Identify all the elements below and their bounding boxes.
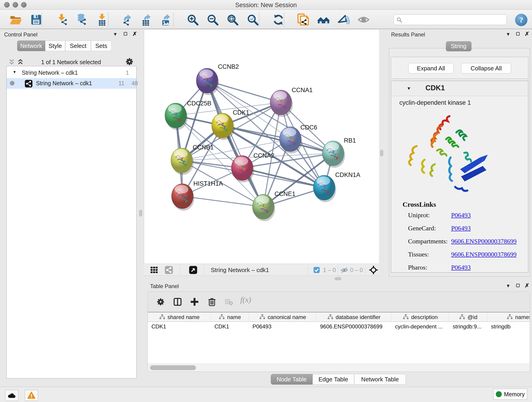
grid-view-icon[interactable] <box>150 266 158 274</box>
column-header-canonical-name[interactable]: canonical name <box>249 313 317 322</box>
table-cell[interactable]: cyclin-dependent ... <box>395 323 449 331</box>
network-node-RB1[interactable]: RB1 <box>322 137 356 168</box>
import-network-from-database-button[interactable] <box>75 13 88 26</box>
table-horizontal-scrollbar[interactable] <box>148 364 530 371</box>
help-button[interactable]: ? <box>515 14 527 26</box>
node-label-CCNB2: CCNB2 <box>218 63 239 70</box>
import-table-from-file-button[interactable] <box>95 13 109 26</box>
tab-string[interactable]: String <box>446 41 472 51</box>
export-network-button[interactable] <box>120 13 133 26</box>
column-header-description[interactable]: description <box>391 313 449 322</box>
collection-expand-icon[interactable]: ▼ <box>13 70 17 75</box>
crosslink-pharos-link[interactable]: P06493 <box>451 264 471 271</box>
crosslink-label: Tissues: <box>408 251 429 258</box>
column-header--id[interactable]: @id <box>449 313 487 322</box>
tab-node-table[interactable]: Node Table <box>271 374 312 385</box>
column-header-name[interactable]: name <box>211 313 249 322</box>
column-header-shared-name[interactable]: shared name <box>148 313 211 322</box>
table-cell[interactable]: P06493 <box>253 323 316 331</box>
network-node-CCNE1[interactable]: CCNE1 <box>253 191 296 221</box>
crosslink-compartments-link[interactable]: 9606.ENSP00000378699 <box>451 238 516 245</box>
control-panel-float-icon[interactable] <box>124 32 127 36</box>
gene-symbol: CDK1 <box>425 84 445 92</box>
table-cell[interactable]: CDK1 <box>152 323 210 331</box>
fit-selected-crosshair-icon[interactable] <box>369 265 378 274</box>
results-panel-collapse-icon[interactable]: ▼ <box>506 32 510 36</box>
gene-section-header[interactable]: ▼ CDK1 <box>391 81 528 96</box>
zoom-in-button[interactable] <box>186 13 199 26</box>
string-home-button[interactable] <box>317 13 330 26</box>
tab-sets[interactable]: Sets <box>91 41 112 51</box>
network-node-HIST1H1A[interactable]: HIST1H1A <box>172 180 223 211</box>
table-cell[interactable]: stringdb:9... <box>453 323 487 331</box>
export-image-button[interactable] <box>159 13 172 26</box>
network-node-CDC6[interactable]: CDC6 <box>279 124 317 153</box>
network-collection-row[interactable]: ▼ String Network – cdk1 1 <box>7 68 136 78</box>
control-panel-collapse-icon[interactable]: ▼ <box>113 32 118 36</box>
table-cell[interactable]: 9606.ENSP00000378699 <box>320 323 391 331</box>
table-panel-collapse-icon[interactable]: ▼ <box>506 283 510 288</box>
network-graph: CCNB2CCNA1CDC25BCDK1CDC6RB1CCNB1CCNA2CDK… <box>144 30 379 264</box>
table-panel-float-icon[interactable] <box>516 284 520 288</box>
node-label-CCNB1: CCNB1 <box>193 144 214 151</box>
crosslink-genecard-link[interactable]: P06493 <box>451 225 471 232</box>
network-edge-CCNB2-CCNE1[interactable] <box>207 81 263 207</box>
collection-count: 1 <box>126 70 129 76</box>
tab-network-table[interactable]: Network Table <box>354 374 406 385</box>
update-button[interactable] <box>272 13 285 26</box>
network-edge-HIST1H1A-CCNE1[interactable] <box>182 196 263 207</box>
collapse-all-button[interactable]: Collapse All <box>461 63 511 74</box>
results-panel-float-icon[interactable] <box>516 32 520 36</box>
table-panel-close-icon[interactable]: ✗ <box>525 283 529 288</box>
export-table-button[interactable] <box>139 13 153 26</box>
tab-style[interactable]: Style <box>45 41 65 51</box>
network-node-CDKN1A[interactable]: CDKN1A <box>313 172 360 202</box>
string-hide-glass-button[interactable] <box>337 13 350 26</box>
table-cell[interactable]: stringdb <box>491 323 530 331</box>
node-table-box: f(x) shared namenamecanonical namedataba… <box>147 292 530 372</box>
birdseye-view-icon[interactable] <box>189 266 197 274</box>
show-columns-icon[interactable] <box>172 296 184 308</box>
table-cell[interactable]: CDK1 <box>215 323 248 331</box>
selected-checkbox-icon[interactable] <box>313 266 320 274</box>
hidden-eye-icon[interactable] <box>341 266 348 274</box>
share-network-icon[interactable] <box>165 266 173 274</box>
open-session-button[interactable] <box>9 13 22 26</box>
zoom-fit-button[interactable] <box>226 13 239 26</box>
crosslink-tissues-link[interactable]: 9606.ENSP00000378699 <box>451 251 516 258</box>
tab-select[interactable]: Select <box>65 41 91 51</box>
column-header-namespace[interactable]: namespace <box>487 313 530 322</box>
function-builder-icon[interactable]: f(x) <box>240 295 251 304</box>
delete-column-trash-icon[interactable] <box>206 296 218 308</box>
import-network-from-file-button[interactable] <box>56 13 69 26</box>
column-header-database-identifier[interactable]: database identifier <box>317 313 391 322</box>
results-panel-close-icon[interactable]: ✗ <box>525 31 529 37</box>
search-input[interactable] <box>404 15 503 24</box>
zoom-selected-button[interactable] <box>246 13 259 26</box>
right-splitter-handle[interactable] <box>380 150 383 156</box>
scrollbar-thumb[interactable] <box>150 365 196 370</box>
tab-network[interactable]: Network <box>17 41 45 51</box>
horizontal-splitter-handle[interactable] <box>335 277 341 280</box>
cloud-status-button[interactable] <box>5 390 18 401</box>
zoom-out-button[interactable] <box>206 13 219 26</box>
string-protein-query-button[interactable] <box>297 13 310 26</box>
gene-collapse-icon[interactable]: ▼ <box>407 86 411 91</box>
crosslink-uniprot-link[interactable]: P06493 <box>451 211 471 219</box>
memory-button[interactable]: Memory <box>493 389 527 400</box>
network-options-gear-icon[interactable] <box>125 57 134 66</box>
tab-edge-table[interactable]: Edge Table <box>312 374 354 385</box>
left-splitter-handle[interactable] <box>139 210 142 216</box>
control-panel-close-icon[interactable]: ✗ <box>133 31 137 37</box>
warnings-button[interactable] <box>25 390 38 401</box>
network-canvas[interactable]: CCNB2CCNA1CDC25BCDK1CDC6RB1CCNB1CCNA2CDK… <box>144 30 379 264</box>
delete-table-icon[interactable] <box>223 296 235 308</box>
column-type-icon <box>402 314 409 321</box>
string-eye-button[interactable] <box>357 13 370 26</box>
gene-description: cyclin-dependent kinase 1 <box>399 99 471 106</box>
expand-all-button[interactable]: Expand All <box>408 63 454 74</box>
table-settings-gear-icon[interactable] <box>155 296 167 308</box>
network-row-selected[interactable]: String Network – cdk1 11 48 <box>7 78 136 89</box>
add-column-icon[interactable] <box>189 296 201 308</box>
save-session-button[interactable] <box>30 13 43 26</box>
